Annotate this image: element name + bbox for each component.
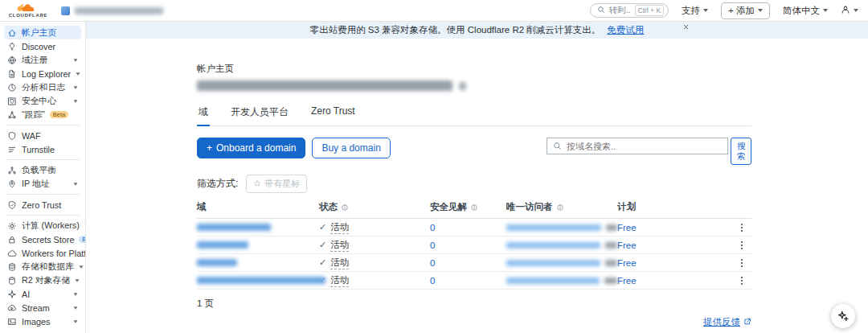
language-menu[interactable]: 简体中文	[783, 5, 828, 17]
sidebar-item--[interactable]: 安全中心	[4, 94, 81, 108]
sidebar-item--[interactable]: 帐户主页	[4, 26, 81, 39]
beta-badge: Beta	[79, 236, 86, 244]
domain-search-input[interactable]	[567, 142, 722, 151]
buy-domain-button[interactable]: Buy a domain	[312, 138, 390, 158]
chevron-down-icon	[854, 9, 858, 12]
add-menu-button[interactable]: + 添加	[721, 2, 770, 19]
external-link-icon	[743, 318, 751, 327]
sidebar-item-discover[interactable]: Discover	[4, 39, 81, 53]
sidebar-item-ai[interactable]: AI	[4, 287, 81, 301]
info-icon[interactable]	[556, 204, 564, 212]
tab--[interactable]: 开发人员平台	[229, 103, 290, 125]
images-icon	[7, 317, 17, 327]
status-cell: ✓活动	[319, 239, 430, 252]
pagination-info: 1 页	[197, 298, 751, 310]
sidebar-item-label: Zero Trust	[22, 200, 61, 210]
domain-link-redacted[interactable]	[197, 241, 248, 249]
tab--[interactable]: 域	[197, 103, 210, 126]
plan-link[interactable]: Free	[617, 223, 637, 232]
sidebar-item-label: Stream	[22, 303, 50, 313]
security-insights-link[interactable]: 0	[430, 223, 435, 232]
plan-link[interactable]: Free	[617, 276, 637, 286]
language-label: 简体中文	[783, 5, 820, 17]
plan-link[interactable]: Free	[617, 258, 637, 268]
sidebar-item-label: Turnstile	[22, 145, 55, 154]
account-switcher[interactable]	[61, 6, 163, 15]
row-actions-kebab-button[interactable]	[739, 274, 746, 288]
plus-icon: +	[207, 142, 212, 154]
search-button[interactable]: 搜索	[731, 138, 751, 165]
quick-search-placeholder: 转到..	[609, 5, 631, 16]
ai-icon	[7, 290, 17, 299]
sidebar-item-r2-[interactable]: R2 对象存储	[4, 273, 81, 287]
info-icon[interactable]	[341, 204, 349, 212]
status-active-label[interactable]: 活动	[330, 221, 349, 234]
sidebar-item--workers-[interactable]: 计算 (Workers)	[4, 219, 81, 232]
column-header-status: 状态	[319, 201, 430, 213]
info-icon[interactable]	[470, 204, 478, 212]
database-icon	[7, 262, 17, 272]
sidebar-item-log-explorer[interactable]: Log Explorer	[4, 67, 81, 80]
security-insights-link[interactable]: 0	[430, 240, 435, 250]
tab-zero-trust[interactable]: Zero Trust	[309, 103, 357, 125]
domain-search-box	[547, 138, 728, 154]
onboard-domain-button[interactable]: + Onboard a domain	[197, 138, 305, 158]
row-actions-kebab-button[interactable]	[739, 257, 746, 270]
support-menu[interactable]: 支持	[682, 5, 708, 17]
table-header-row: 域状态安全见解唯一访问者计划	[197, 193, 751, 219]
sidebar-item--[interactable]: 存储和数据库	[4, 260, 81, 273]
sidebar-item-workers-for-platforms[interactable]: Workers for Platforms	[4, 246, 81, 260]
promo-banner: 零出站费用的 S3 兼容对象存储。使用 Cloudflare R2 削减云计算支…	[86, 22, 868, 39]
sidebar-item--[interactable]: “跟踪”Beta	[4, 108, 81, 121]
support-label: 支持	[682, 5, 700, 17]
sidebar-item-label: AI	[22, 290, 30, 299]
chevron-down-icon	[823, 9, 828, 12]
sidebar-item-zero-trust[interactable]: Zero Trust	[4, 198, 81, 212]
sidebar-item-turnstile[interactable]: Turnstile	[4, 142, 81, 156]
banner-trial-link[interactable]: 免费试用	[607, 24, 644, 36]
sidebar-item-images[interactable]: Images	[4, 314, 81, 328]
page-title: 帐户主页	[197, 63, 751, 75]
zero-trust-icon	[7, 200, 17, 210]
sidebar-item--[interactable]: 负载平衡	[4, 163, 81, 177]
tab-bar: 域开发人员平台Zero Trust	[197, 103, 751, 126]
unique-visitors-cell	[506, 260, 617, 266]
domain-link-redacted[interactable]	[197, 277, 326, 284]
ai-assistant-button[interactable]	[831, 304, 855, 328]
status-active-label[interactable]: 活动	[330, 274, 349, 287]
starred-filter-button[interactable]: 带有星标	[246, 175, 307, 193]
feedback-link[interactable]: 提供反馈	[703, 316, 751, 328]
column-header-domain: 域	[197, 201, 319, 213]
row-actions-kebab-button[interactable]	[739, 221, 746, 235]
banner-close-button[interactable]	[682, 23, 690, 31]
security-insights-link[interactable]: 0	[430, 258, 435, 268]
domains-table: 域状态安全见解唯一访问者计划✓活动0Free✓活动0Free✓活动0Free✓活…	[197, 193, 751, 290]
check-icon: ✓	[319, 257, 326, 268]
domain-link-redacted[interactable]	[197, 224, 271, 231]
sidebar-item-ip-[interactable]: IP 地址	[4, 177, 81, 191]
status-active-label[interactable]: 活动	[330, 257, 349, 269]
sidebar-item-secrets-store[interactable]: Secrets StoreBeta	[4, 232, 81, 246]
cloudflare-logo[interactable]: CLOUDFLARE	[6, 3, 50, 18]
keyboard-shortcut-badge: Ctrl + K	[635, 5, 665, 16]
sidebar-item--[interactable]: 域注册	[4, 53, 81, 67]
sidebar-divider	[6, 159, 80, 160]
starred-filter-label: 带有星标	[264, 178, 300, 190]
security-insights-link[interactable]: 0	[430, 276, 435, 286]
plan-link[interactable]: Free	[617, 240, 637, 250]
sidebar-item-label: Images	[22, 317, 50, 327]
column-header-plan: 计划	[617, 201, 727, 213]
sidebar-item-waf[interactable]: WAF	[4, 129, 81, 142]
row-actions-kebab-button[interactable]	[739, 239, 746, 253]
sidebar-item--[interactable]: 分析和日志	[4, 80, 81, 94]
quick-search-input[interactable]: 转到.. Ctrl + K	[590, 3, 669, 18]
chevron-down-icon	[76, 72, 80, 75]
sidebar-item-stream[interactable]: Stream	[4, 301, 81, 314]
status-active-label[interactable]: 活动	[330, 239, 349, 252]
user-menu[interactable]	[841, 5, 858, 16]
search-icon	[553, 139, 562, 154]
star-icon	[253, 179, 261, 189]
platforms-icon	[7, 249, 17, 258]
domain-link-redacted[interactable]	[197, 259, 237, 266]
load-balancer-icon	[7, 166, 17, 175]
